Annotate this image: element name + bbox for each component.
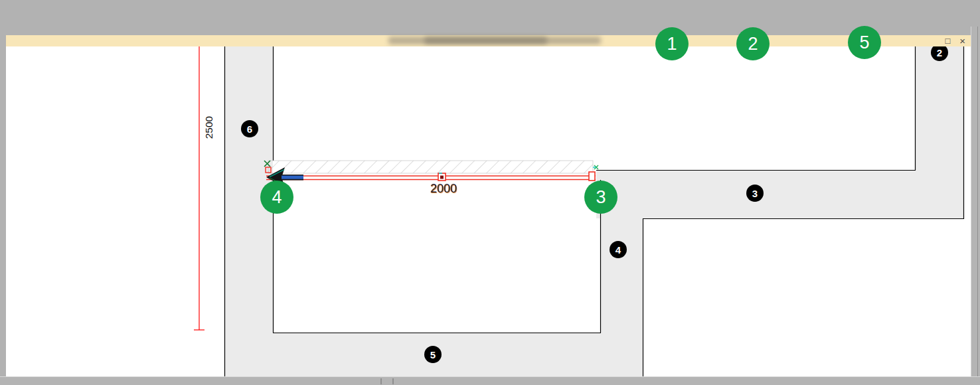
document-title-bar[interactable]: □ ×: [6, 35, 971, 46]
redacted-title: [424, 37, 547, 44]
cad-application: ← S PN ↶ ↷ ✂ T: [0, 0, 980, 385]
wall-length-input[interactable]: 2000: [430, 182, 457, 195]
wall-in-progress: 2000 2000: [264, 161, 598, 196]
wall-fills: [224, 46, 964, 376]
scrollbar-track-line: [977, 27, 978, 385]
wall-hatch-fill: [268, 161, 593, 173]
window-controls: □ ×: [945, 35, 965, 46]
document-window-frame: □ ×: [0, 0, 980, 358]
wall-midpoint-node: [438, 173, 446, 181]
close-button[interactable]: ×: [959, 36, 965, 46]
scrollbar-splitter[interactable]: [380, 378, 382, 384]
scrollbar-splitter[interactable]: [392, 378, 394, 384]
dimension-2500-label: 2500: [203, 116, 214, 139]
floor-plan-drawing: 2500: [6, 46, 971, 376]
maximize-button[interactable]: □: [945, 37, 950, 45]
vertical-scrollbar[interactable]: [971, 27, 980, 385]
drawing-canvas[interactable]: 2500: [6, 46, 971, 376]
vertical-dimension: [194, 46, 204, 330]
horizontal-scrollbar[interactable]: [0, 376, 980, 385]
